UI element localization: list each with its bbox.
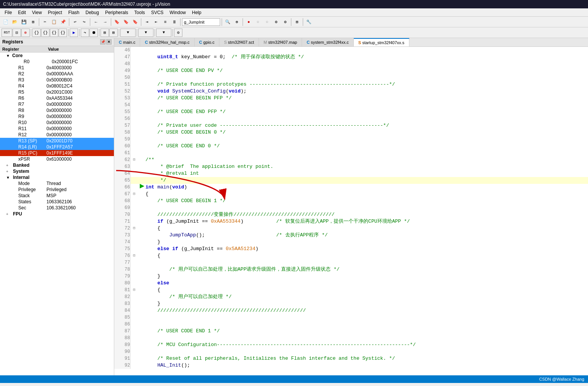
cut-btn[interactable]: ✂ <box>41 18 49 26</box>
tab-main-c[interactable]: C main.c <box>114 38 140 46</box>
combo2-btn[interactable]: ▼ <box>138 29 153 37</box>
brace1-btn[interactable]: {} <box>32 29 41 37</box>
tab-hal-msp[interactable]: C stm32f4xx_hal_msp.c <box>140 38 194 46</box>
tab-system[interactable]: C system_stm32f4xx.c <box>302 38 354 46</box>
reg-r4[interactable]: R4 0x080012C4 <box>0 83 114 89</box>
menu-flash[interactable]: Flash <box>65 9 82 16</box>
redo-btn[interactable]: ↪ <box>80 18 88 26</box>
fold-col[interactable]: ⊟ <box>130 287 138 293</box>
reg-r2[interactable]: R2 0x00000AAA <box>0 71 114 77</box>
reg-r6[interactable]: R6 0xAA553344 <box>0 95 114 101</box>
line-num-90: 90 <box>114 348 130 355</box>
gear1-btn[interactable]: ⚙ <box>272 18 280 26</box>
reg-sec[interactable]: Sec 106.33621060 <box>0 205 114 211</box>
run-btn[interactable]: ● <box>244 18 253 26</box>
menu-svcs[interactable]: SVCS <box>148 9 167 16</box>
t1-btn[interactable]: ⊡ <box>13 29 21 37</box>
reg-mode[interactable]: Mode Thread <box>0 180 114 187</box>
tab-sct[interactable]: S stm32f407.sct <box>219 38 259 46</box>
open-btn[interactable]: 📂 <box>11 18 19 26</box>
menu-peripherals[interactable]: Peripherals <box>102 9 131 16</box>
brace3-btn[interactable]: {} <box>50 29 58 37</box>
reg-r14[interactable]: R14 (LR) 0x1FFF2A57 <box>0 144 114 150</box>
gear2-btn[interactable]: ⚙ <box>281 18 289 26</box>
fwd-btn[interactable]: → <box>101 18 109 26</box>
reg-r11[interactable]: R11 0x00000000 <box>0 126 114 132</box>
reg-r7[interactable]: R7 0x00000000 <box>0 101 114 107</box>
fold-col[interactable]: ⊟ <box>130 252 138 259</box>
reg-r15[interactable]: R15 (PC) 0x1FFF149E <box>0 150 114 156</box>
menu-edit[interactable]: Edit <box>15 9 29 16</box>
reg-r0[interactable]: R0 0x200001FC <box>0 59 114 65</box>
fold-col[interactable]: ⊟ <box>130 156 138 163</box>
record-btn[interactable]: ⏺ <box>89 29 98 37</box>
format1-btn[interactable]: ≡ <box>161 18 169 26</box>
menu-window[interactable]: Window <box>166 9 189 16</box>
reg-r5[interactable]: R5 0x2001C000 <box>0 89 114 95</box>
reg-states[interactable]: States 1063362106 <box>0 199 114 205</box>
menu-debug[interactable]: Debug <box>83 9 102 16</box>
indent-btn[interactable]: ⇥ <box>143 18 151 26</box>
line-num-70: 70 <box>114 211 130 218</box>
tab-gpio[interactable]: C gpio.c <box>195 38 219 46</box>
arrow-right-btn[interactable]: ▶ <box>70 29 78 37</box>
menu-view[interactable]: View <box>29 9 45 16</box>
outdent-btn[interactable]: ⇤ <box>152 18 160 26</box>
internal-group[interactable]: ▼ Internal <box>0 174 114 180</box>
reg-xpsr[interactable]: xPSR 0x61000000 <box>0 156 114 162</box>
debug-input[interactable] <box>182 18 220 26</box>
bookmark3-btn[interactable]: 🔖 <box>131 18 139 26</box>
menu-help[interactable]: Help <box>189 9 205 16</box>
reg-stack[interactable]: Stack MSP <box>0 193 114 199</box>
banked-group[interactable]: + Banked <box>0 162 114 168</box>
reg-r1[interactable]: R1 0x40003000 <box>0 65 114 71</box>
rst-btn[interactable]: RST <box>2 29 12 37</box>
tab-map[interactable]: M stm32f407.map <box>259 38 302 46</box>
fold-col[interactable]: ⊟ <box>130 191 138 198</box>
brace2-btn[interactable]: {} <box>41 29 50 37</box>
stop-btn[interactable]: ⊗ <box>21 29 30 37</box>
pin-icon[interactable]: 📌 <box>100 39 105 45</box>
fold-col[interactable]: ⊟ <box>130 225 138 232</box>
combo1-btn[interactable]: ▼ <box>120 29 136 37</box>
back-btn[interactable]: ← <box>92 18 100 26</box>
format2-btn[interactable]: ≣ <box>170 18 179 26</box>
fpu-group[interactable]: + FPU <box>0 211 114 217</box>
code-area[interactable]: 46 47 uint8_t key_Number = 0; /* 用于保存读取按… <box>114 47 588 375</box>
paste-btn[interactable]: 📌 <box>59 18 67 26</box>
step-over-btn[interactable]: ↷ <box>81 29 89 37</box>
reg-r9[interactable]: R9 0x00000000 <box>0 113 114 120</box>
combo3-btn[interactable]: ▼ <box>156 29 171 37</box>
undo-btn[interactable]: ↩ <box>71 18 79 26</box>
reg-r8[interactable]: R8 0x00000000 <box>0 107 114 113</box>
bookmark2-btn[interactable]: 🔖 <box>122 18 130 26</box>
menu-project[interactable]: Project <box>45 9 65 16</box>
reg-r13[interactable]: R13 (SP) 0x20001D70 <box>0 138 114 144</box>
save-btn[interactable]: 💾 <box>20 18 28 26</box>
system-group[interactable]: + System <box>0 168 114 174</box>
view2-btn[interactable]: ⊞ <box>109 29 118 37</box>
search-btn[interactable]: 🔍 <box>224 18 232 26</box>
reg-r3[interactable]: R3 0x50000B00 <box>0 77 114 83</box>
reg-r10[interactable]: R10 0x00000000 <box>0 120 114 126</box>
reg-r12[interactable]: R12 0x00000000 <box>0 132 114 138</box>
circle2-btn[interactable]: ○ <box>263 18 271 26</box>
brace4-btn[interactable]: {} <box>59 29 67 37</box>
reg-privilege[interactable]: Privilege Privileged <box>0 187 114 193</box>
circle1-btn[interactable]: ○ <box>254 18 262 26</box>
wrench-btn[interactable]: 🔧 <box>305 18 313 26</box>
copy-btn[interactable]: 📋 <box>50 18 58 26</box>
menu-file[interactable]: File <box>2 9 15 16</box>
close-registers-icon[interactable]: ✕ <box>106 39 112 45</box>
grid-btn[interactable]: ⊞ <box>293 18 301 26</box>
save-all-btn[interactable]: ⊞ <box>29 18 37 26</box>
diag-btn[interactable]: ⚙ <box>174 29 182 37</box>
code-line-73: JumpToApp(); /* 去执行APP程序 */ <box>145 232 588 239</box>
new-btn[interactable]: 📄 <box>2 18 10 26</box>
core-group[interactable]: ▼ Core <box>0 53 114 59</box>
tab-startup[interactable]: S startup_stm32f407xx.s <box>354 38 409 46</box>
view1-btn[interactable]: ⊞ <box>101 29 109 37</box>
menu-tools[interactable]: Tools <box>131 9 148 16</box>
bookmark1-btn[interactable]: 🔖 <box>113 18 121 26</box>
magnify-btn[interactable]: ⊕ <box>233 18 241 26</box>
